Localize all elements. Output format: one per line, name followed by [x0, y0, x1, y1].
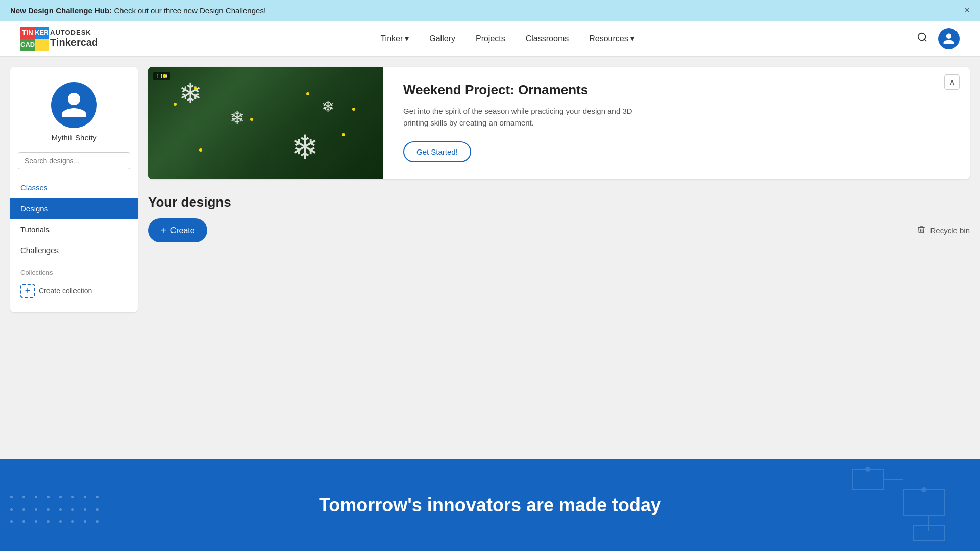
content-row: Mythili Shetty Classes Designs Tutorials… — [10, 67, 970, 312]
sidebar-user-section: Mythili Shetty — [10, 77, 138, 152]
featured-description: Get into the spirit of the season while … — [403, 106, 658, 129]
designs-toolbar: + Create Recycle bin — [148, 218, 970, 242]
snowflake-icon-2: ❄ — [230, 108, 244, 128]
create-collection-button[interactable]: + Create collection — [10, 280, 138, 302]
sidebar-username: Mythili Shetty — [51, 133, 96, 142]
featured-image: 1:00 ❄ ❄ ❄ ❄ — [148, 67, 383, 179]
featured-area: 1:00 ❄ ❄ ❄ ❄ — [148, 67, 970, 258]
featured-info: ∧ Weekend Project: Ornaments Get into th… — [383, 67, 970, 179]
sidebar-item-tutorials[interactable]: Tutorials — [10, 219, 138, 240]
content-area: Mythili Shetty Classes Designs Tutorials… — [0, 57, 980, 459]
sidebar-item-classes[interactable]: Classes — [10, 177, 138, 198]
logo-cell-cad: CAD — [20, 39, 35, 51]
plus-icon: + — [160, 224, 166, 236]
footer-text: Tomorrow's innovators are made today — [319, 494, 661, 516]
svg-rect-3 — [903, 490, 944, 515]
logo-cell-ker: KER — [35, 27, 48, 39]
featured-banner: 1:00 ❄ ❄ ❄ ❄ — [148, 67, 970, 179]
logo-autodesk: AUTODESK — [50, 29, 98, 36]
header: TIN KER CAD AUTODESK Tinkercad Tinker ▾ … — [0, 21, 980, 57]
snowflake-icon-3: ❄ — [291, 128, 318, 166]
light-dot — [342, 133, 345, 136]
sidebar-item-designs[interactable]: Designs — [10, 198, 138, 219]
main-nav: Tinker ▾ Gallery Projects Classrooms Res… — [380, 34, 634, 43]
search-button[interactable] — [917, 32, 928, 46]
svg-point-7 — [865, 467, 870, 472]
designs-header: Your designs — [148, 194, 970, 210]
create-button[interactable]: + Create — [148, 218, 207, 242]
logo-cell-empty — [35, 39, 48, 51]
light-dot — [306, 92, 309, 95]
footer-dots — [0, 486, 114, 551]
create-label: Create — [170, 226, 195, 235]
sidebar: Mythili Shetty Classes Designs Tutorials… — [10, 67, 138, 312]
user-avatar-button[interactable] — [938, 28, 960, 49]
announcement-bar: New Design Challenge Hub: Check out our … — [0, 0, 980, 21]
nav-projects[interactable]: Projects — [476, 34, 505, 43]
logo-grid: TIN KER CAD — [20, 27, 45, 51]
logo-text: AUTODESK Tinkercad — [50, 29, 98, 47]
nav-resources[interactable]: Resources ▾ — [589, 34, 634, 43]
get-started-button[interactable]: Get Started! — [403, 141, 471, 162]
chevron-down-icon: ▾ — [630, 34, 634, 43]
featured-image-bg: 1:00 ❄ ❄ ❄ ❄ — [148, 67, 383, 179]
nav-tinker[interactable]: Tinker ▾ — [380, 34, 409, 43]
footer-banner: Tomorrow's innovators are made today — [0, 459, 980, 551]
footer-circuit-decoration — [827, 459, 980, 551]
svg-line-1 — [924, 39, 926, 41]
create-collection-label: Create collection — [39, 287, 92, 295]
recycle-bin-button[interactable]: Recycle bin — [917, 225, 970, 236]
announcement-text: New Design Challenge Hub: Check out our … — [10, 6, 266, 15]
trash-icon — [917, 225, 926, 236]
designs-section: Your designs + Create — [148, 189, 970, 258]
light-dot — [174, 103, 177, 106]
light-dot — [194, 87, 197, 90]
snowflake-icon-4: ❄ — [322, 97, 334, 115]
announcement-body: Check out our three new Design Challenge… — [114, 6, 266, 15]
plus-icon: + — [20, 284, 35, 298]
logo-cell-tin: TIN — [20, 27, 35, 39]
featured-title: Weekend Project: Ornaments — [403, 82, 949, 98]
collapse-button[interactable]: ∧ — [944, 74, 960, 90]
close-announcement-button[interactable]: × — [964, 5, 970, 16]
svg-rect-2 — [852, 469, 883, 490]
recycle-bin-label: Recycle bin — [930, 226, 970, 235]
logo-tinkercad: Tinkercad — [50, 37, 98, 48]
svg-point-8 — [921, 487, 926, 492]
light-dot — [250, 118, 253, 121]
logo[interactable]: TIN KER CAD AUTODESK Tinkercad — [20, 27, 98, 51]
search-input[interactable] — [18, 152, 130, 169]
nav-gallery[interactable]: Gallery — [429, 34, 455, 43]
sidebar-item-challenges[interactable]: Challenges — [10, 240, 138, 261]
light-dot — [163, 74, 166, 78]
nav-classrooms[interactable]: Classrooms — [526, 34, 569, 43]
designs-title: Your designs — [148, 194, 231, 210]
timestamp-badge: 1:00 — [153, 72, 170, 80]
svg-point-0 — [918, 33, 926, 40]
light-dot — [352, 108, 355, 111]
snowflake-icon-1: ❄ — [179, 77, 202, 110]
header-right — [917, 28, 960, 49]
light-dot — [199, 148, 202, 152]
chevron-down-icon: ▾ — [405, 34, 409, 43]
collections-label: Collections — [10, 261, 138, 280]
avatar — [51, 82, 97, 128]
announcement-prefix: New Design Challenge Hub: — [10, 6, 112, 15]
